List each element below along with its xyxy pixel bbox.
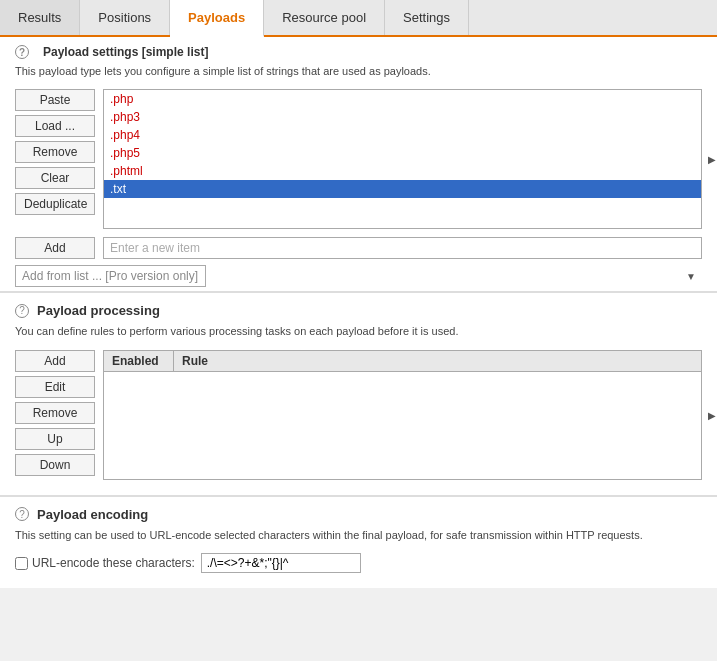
tab-resource-pool[interactable]: Resource pool	[264, 0, 385, 35]
payload-settings-desc: This payload type lets you configure a s…	[15, 64, 702, 79]
tab-results[interactable]: Results	[0, 0, 80, 35]
add-from-list-row: Add from list ... [Pro version only] ▼	[15, 265, 702, 287]
processing-remove-button[interactable]: Remove	[15, 402, 95, 424]
tab-bar: Results Positions Payloads Resource pool…	[0, 0, 717, 37]
payload-encoding-section: ? Payload encoding This setting can be u…	[0, 496, 717, 588]
processing-up-button[interactable]: Up	[15, 428, 95, 450]
add-from-list-wrapper: Add from list ... [Pro version only] ▼	[15, 265, 702, 287]
list-item[interactable]: .php5	[104, 144, 701, 162]
list-item[interactable]: .php3	[104, 108, 701, 126]
clear-button[interactable]: Clear	[15, 167, 95, 189]
processing-add-button[interactable]: Add	[15, 350, 95, 372]
tab-payloads[interactable]: Payloads	[170, 0, 264, 37]
payload-settings-help-icon[interactable]: ?	[15, 45, 29, 59]
payload-settings-title: Payload settings [simple list]	[43, 45, 208, 59]
list-item[interactable]: .php	[104, 90, 701, 108]
encoding-row: URL-encode these characters:	[15, 553, 702, 573]
list-item[interactable]: .phtml	[104, 162, 701, 180]
payload-encoding-desc: This setting can be used to URL-encode s…	[15, 528, 702, 543]
table-header: Enabled Rule	[104, 351, 701, 372]
payload-list-box[interactable]: .php .php3 .php4 .php5 .phtml .txt	[103, 89, 702, 229]
processing-scroll-arrow-icon: ▶	[708, 409, 716, 420]
url-encode-checkbox[interactable]	[15, 557, 28, 570]
col-rule-header: Rule	[174, 351, 701, 371]
payload-encoding-help-icon[interactable]: ?	[15, 507, 29, 521]
payload-buttons: Paste Load ... Remove Clear Deduplicate	[15, 89, 95, 229]
processing-table: Enabled Rule	[103, 350, 702, 480]
encoding-checkbox-label: URL-encode these characters:	[15, 556, 195, 570]
processing-edit-button[interactable]: Edit	[15, 376, 95, 398]
encoding-header: ? Payload encoding	[15, 507, 702, 522]
payload-processing-desc: You can define rules to perform various …	[15, 324, 702, 339]
add-from-list-dropdown[interactable]: Add from list ... [Pro version only]	[15, 265, 206, 287]
encoding-chars-input[interactable]	[201, 553, 361, 573]
col-enabled-header: Enabled	[104, 351, 174, 371]
add-item-button[interactable]: Add	[15, 237, 95, 259]
add-item-input[interactable]	[103, 237, 702, 259]
processing-layout: Add Edit Remove Up Down Enabled Rule ▶	[15, 350, 702, 480]
payload-processing-section: ? Payload processing You can define rule…	[0, 292, 717, 494]
chevron-down-icon: ▼	[686, 271, 696, 282]
payload-encoding-title: Payload encoding	[37, 507, 148, 522]
table-body	[104, 372, 701, 472]
payload-list-area: Paste Load ... Remove Clear Deduplicate …	[15, 89, 702, 229]
payload-settings-section: ? Payload settings [simple list] This pa…	[0, 37, 717, 291]
remove-button[interactable]: Remove	[15, 141, 95, 163]
list-item-selected[interactable]: .txt	[104, 180, 701, 198]
paste-button[interactable]: Paste	[15, 89, 95, 111]
tab-settings[interactable]: Settings	[385, 0, 469, 35]
scroll-arrow-icon: ▶	[708, 154, 716, 165]
deduplicate-button[interactable]: Deduplicate	[15, 193, 95, 215]
payload-processing-help-icon[interactable]: ?	[15, 304, 29, 318]
load-button[interactable]: Load ...	[15, 115, 95, 137]
processing-header: ? Payload processing	[15, 303, 702, 318]
payload-processing-title: Payload processing	[37, 303, 160, 318]
tab-positions[interactable]: Positions	[80, 0, 170, 35]
add-row: Add	[15, 237, 702, 259]
processing-down-button[interactable]: Down	[15, 454, 95, 476]
processing-buttons: Add Edit Remove Up Down	[15, 350, 95, 480]
list-item[interactable]: .php4	[104, 126, 701, 144]
url-encode-label: URL-encode these characters:	[32, 556, 195, 570]
